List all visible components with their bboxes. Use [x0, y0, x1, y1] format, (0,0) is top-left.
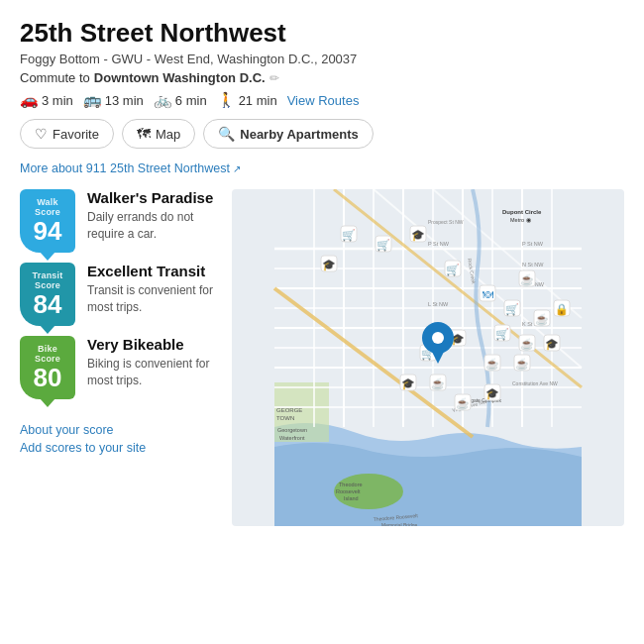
svg-text:Georgetown: Georgetown	[277, 427, 307, 433]
svg-text:☕: ☕	[520, 272, 534, 286]
map-label: Map	[156, 127, 180, 142]
car-time: 3 min	[42, 93, 73, 108]
favorite-label: Favorite	[53, 127, 99, 142]
bus-time: 13 min	[105, 93, 144, 108]
search-icon: 🔍	[218, 126, 235, 142]
svg-text:TOWN: TOWN	[276, 415, 294, 421]
svg-text:P St NW: P St NW	[428, 241, 450, 247]
svg-text:🛒: 🛒	[495, 327, 509, 341]
transport-bus: 🚌 13 min	[83, 91, 144, 109]
walk-score-desc: Daily errands do not require a car.	[87, 209, 218, 243]
svg-text:🛒: 🛒	[505, 302, 519, 316]
svg-text:Memorial Bridge: Memorial Bridge	[381, 522, 418, 526]
map-svg: Theodore Roosevelt Island Theodore Roose…	[232, 189, 624, 526]
walk-score-label: WalkScore	[35, 198, 60, 218]
action-buttons: ♡ Favorite 🗺 Map 🔍 Nearby Apartments	[20, 119, 624, 149]
svg-text:🎓: 🎓	[411, 228, 425, 242]
commute-label: Commute to	[20, 70, 90, 85]
transport-bike: 🚲 6 min	[154, 91, 207, 109]
map-icon: 🗺	[137, 126, 151, 142]
svg-text:☕: ☕	[535, 312, 549, 326]
svg-text:☕: ☕	[485, 357, 499, 371]
svg-text:☕: ☕	[515, 357, 529, 371]
scores-column: WalkScore 94 Walker's Paradise Daily err…	[20, 189, 218, 455]
svg-text:🎓: 🎓	[322, 258, 336, 271]
about-score-link[interactable]: About your score	[20, 423, 218, 437]
page-title: 25th Street Northwest	[20, 18, 624, 49]
content-row: WalkScore 94 Walker's Paradise Daily err…	[20, 189, 624, 526]
svg-text:🔒: 🔒	[555, 302, 569, 316]
svg-text:Prospect St NW: Prospect St NW	[428, 219, 464, 225]
bike-score-title: Very Bikeable	[87, 336, 218, 353]
svg-text:Roosevelt: Roosevelt	[336, 488, 361, 494]
nearby-apartments-button[interactable]: 🔍 Nearby Apartments	[203, 119, 373, 149]
walk-score-badge: WalkScore 94	[20, 189, 75, 253]
commute-destination: Downtown Washington D.C.	[94, 70, 266, 85]
svg-text:Theodore: Theodore	[339, 482, 363, 487]
walk-score-info: Walker's Paradise Daily errands do not r…	[87, 189, 218, 243]
learn-more-text: More about 911 25th Street Northwest	[20, 161, 230, 175]
transit-score-card: TransitScore 84 Excellent Transit Transi…	[20, 263, 218, 326]
map-button[interactable]: 🗺 Map	[122, 119, 195, 149]
learn-more-link[interactable]: More about 911 25th Street Northwest ↗	[20, 161, 241, 175]
svg-text:🍽: 🍽	[483, 288, 493, 300]
bike-score-label: BikeScore	[35, 345, 60, 365]
transit-score-desc: Transit is convenient for most trips.	[87, 282, 218, 316]
svg-text:🛒: 🛒	[446, 263, 460, 276]
svg-text:🎓: 🎓	[401, 376, 415, 390]
transit-score-info: Excellent Transit Transit is convenient …	[87, 263, 218, 316]
edit-icon[interactable]: ✏	[269, 71, 279, 85]
page-container: 25th Street Northwest Foggy Bottom - GWU…	[0, 0, 644, 644]
transport-car: 🚗 3 min	[20, 91, 73, 109]
walk-score-title: Walker's Paradise	[87, 189, 218, 206]
svg-text:🛒: 🛒	[376, 238, 390, 252]
subtitle: Foggy Bottom - GWU - West End, Washingto…	[20, 52, 624, 66]
svg-text:N St NW: N St NW	[522, 262, 544, 268]
bike-score-desc: Biking is convenient for most trips.	[87, 356, 218, 389]
transit-score-badge: TransitScore 84	[20, 263, 75, 326]
svg-text:GEORGE: GEORGE	[276, 407, 302, 413]
svg-text:☕: ☕	[520, 337, 534, 351]
bike-icon: 🚲	[154, 91, 172, 109]
bike-time: 6 min	[175, 93, 207, 108]
svg-text:Dupont Circle: Dupont Circle	[502, 209, 542, 215]
bike-score-badge: BikeScore 80	[20, 336, 75, 399]
favorite-button[interactable]: ♡ Favorite	[20, 119, 114, 149]
svg-text:🎓: 🎓	[485, 386, 499, 400]
view-routes-link[interactable]: View Routes	[287, 93, 360, 108]
walk-score-number: 94	[34, 218, 62, 244]
transit-score-label: TransitScore	[33, 271, 63, 291]
map-column: Theodore Roosevelt Island Theodore Roose…	[232, 189, 624, 526]
svg-point-91	[432, 332, 444, 344]
svg-text:Metro ◉: Metro ◉	[510, 217, 531, 223]
bus-icon: 🚌	[83, 91, 102, 109]
score-links: About your score Add scores to your site	[20, 423, 218, 455]
svg-text:P St NW: P St NW	[522, 241, 544, 247]
car-icon: 🚗	[20, 91, 39, 109]
svg-text:Waterfront: Waterfront	[279, 435, 305, 441]
commute-row: Commute to Downtown Washington D.C. ✏	[20, 70, 624, 85]
heart-icon: ♡	[35, 126, 48, 142]
transit-score-title: Excellent Transit	[87, 263, 218, 279]
bike-score-card: BikeScore 80 Very Bikeable Biking is con…	[20, 336, 218, 399]
external-link-icon: ↗	[233, 163, 241, 174]
walk-time: 21 min	[239, 93, 277, 108]
add-scores-link[interactable]: Add scores to your site	[20, 441, 218, 455]
walk-score-card: WalkScore 94 Walker's Paradise Daily err…	[20, 189, 218, 253]
transport-walk: 🚶 21 min	[217, 91, 277, 109]
nearby-label: Nearby Apartments	[240, 127, 358, 142]
transit-score-number: 84	[34, 291, 62, 317]
svg-text:🎓: 🎓	[545, 337, 559, 351]
transport-row: 🚗 3 min 🚌 13 min 🚲 6 min 🚶 21 min View R…	[20, 91, 624, 109]
svg-text:🛒: 🛒	[342, 228, 356, 242]
svg-text:☕: ☕	[431, 376, 445, 390]
svg-text:☕: ☕	[456, 396, 470, 410]
svg-text:Island: Island	[344, 495, 359, 501]
svg-text:Constitution Ave NW: Constitution Ave NW	[512, 380, 558, 386]
walk-icon: 🚶	[217, 91, 236, 109]
svg-text:L St NW: L St NW	[428, 301, 449, 307]
bike-score-number: 80	[34, 365, 62, 390]
bike-score-info: Very Bikeable Biking is convenient for m…	[87, 336, 218, 389]
map-container[interactable]: Theodore Roosevelt Island Theodore Roose…	[232, 189, 624, 526]
